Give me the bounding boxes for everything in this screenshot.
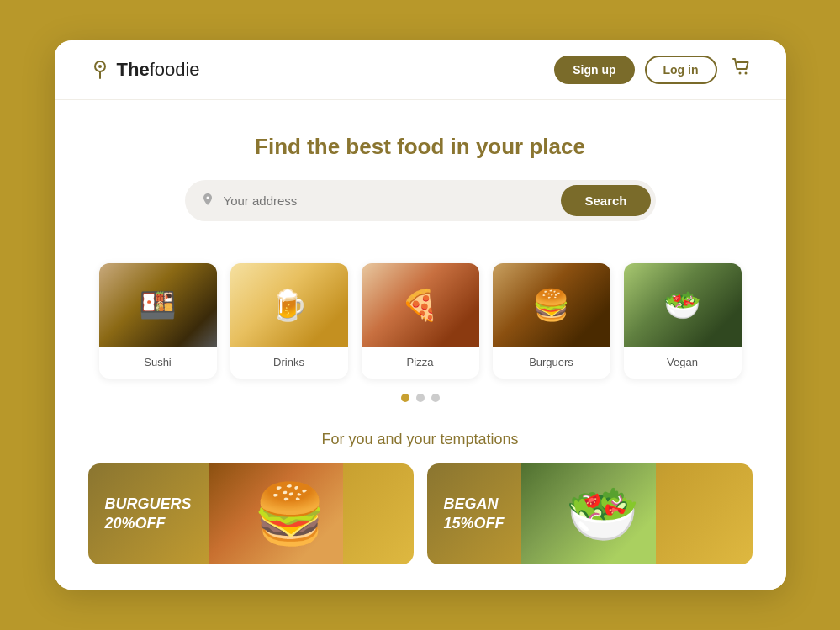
sushi-image [99, 263, 217, 347]
app-container: Thefoodie Sign up Log in Find the best f… [55, 40, 786, 590]
header-actions: Sign up Log in [554, 56, 752, 84]
cart-icon[interactable] [731, 56, 753, 83]
vegan-image [624, 263, 742, 347]
dot-3[interactable] [431, 394, 440, 402]
dot-2[interactable] [416, 394, 425, 402]
promotions-title: For you and your temptations [88, 431, 753, 448]
burgers-label: Burguers [529, 347, 573, 379]
promo-burgers-text: BURGUERS 20%OFF [88, 481, 209, 548]
svg-point-1 [98, 65, 102, 68]
category-drinks[interactable]: Drinks [230, 263, 348, 379]
burgers-image [493, 263, 610, 347]
logo-icon [88, 58, 112, 82]
category-pizza[interactable]: Pizza [362, 263, 479, 379]
signup-button[interactable]: Sign up [554, 56, 634, 84]
categories-section: Sushi Drinks Pizza Burguers Vegan [55, 238, 786, 417]
logo: Thefoodie [88, 58, 200, 82]
login-button[interactable]: Log in [645, 56, 717, 84]
search-bar: Search [185, 180, 656, 221]
promo-card-vegan[interactable]: BEGAN 15%OFF [427, 463, 753, 564]
location-pin-icon [200, 192, 215, 210]
hero-section: Find the best food in your place Search [55, 100, 786, 238]
hero-title: Find the best food in your place [88, 134, 753, 160]
promo-cards: BURGUERS 20%OFF BEGAN 15%OFF [88, 463, 753, 564]
category-burgers[interactable]: Burguers [493, 263, 610, 379]
sushi-label: Sushi [144, 347, 172, 379]
dot-1[interactable] [401, 394, 409, 402]
category-vegan[interactable]: Vegan [624, 263, 742, 379]
logo-text: Thefoodie [117, 59, 200, 81]
category-sushi[interactable]: Sushi [99, 263, 217, 379]
drinks-image [230, 263, 348, 347]
search-button[interactable]: Search [561, 185, 650, 216]
pizza-image [362, 263, 479, 347]
promo-salad-image [521, 463, 656, 564]
svg-point-5 [206, 196, 209, 199]
drinks-label: Drinks [273, 347, 304, 379]
header: Thefoodie Sign up Log in [55, 40, 786, 100]
promo-card-burgers[interactable]: BURGUERS 20%OFF [88, 463, 414, 564]
category-list: Sushi Drinks Pizza Burguers Vegan [88, 263, 753, 379]
vegan-label: Vegan [667, 347, 698, 379]
promo-burger-image [209, 463, 343, 564]
pizza-label: Pizza [407, 347, 434, 379]
pagination-dots [88, 394, 753, 402]
svg-point-3 [738, 72, 741, 75]
address-input[interactable] [224, 193, 553, 208]
promo-vegan-text: BEGAN 15%OFF [427, 481, 521, 548]
svg-point-4 [744, 72, 747, 75]
promotions-section: For you and your temptations BURGUERS 20… [55, 417, 786, 590]
